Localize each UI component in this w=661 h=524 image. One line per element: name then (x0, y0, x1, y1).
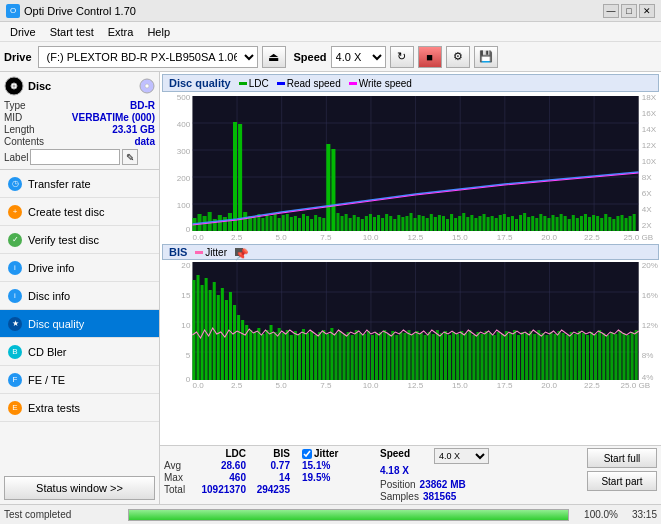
svg-rect-77 (381, 218, 384, 231)
svg-rect-212 (347, 332, 350, 380)
stats-bar: LDC BIS Avg 28.60 0.77 Max 460 14 Total … (160, 445, 661, 504)
svg-rect-199 (294, 331, 297, 380)
sidebar-item-verify-test-disc[interactable]: ✓ Verify test disc (0, 226, 159, 254)
svg-rect-108 (507, 217, 510, 231)
avg-jitter-value: 15.1% (302, 460, 372, 471)
svg-rect-41 (228, 213, 232, 231)
speed-select[interactable]: 4.0 X (331, 46, 386, 68)
svg-text:0: 0 (186, 225, 191, 234)
svg-rect-247 (489, 333, 492, 380)
svg-rect-180 (217, 295, 220, 380)
svg-rect-240 (460, 331, 463, 380)
close-button[interactable]: ✕ (639, 4, 655, 18)
title-bar-controls: — □ ✕ (603, 4, 655, 18)
svg-rect-273 (594, 334, 597, 380)
svg-rect-112 (523, 213, 526, 231)
menu-drive[interactable]: Drive (4, 24, 42, 40)
svg-rect-261 (545, 335, 548, 380)
svg-rect-75 (373, 217, 376, 231)
refresh-button[interactable]: ↻ (390, 46, 414, 68)
svg-rect-122 (564, 216, 567, 231)
sidebar-item-label: FE / TE (28, 374, 65, 386)
sidebar-item-disc-info[interactable]: i Disc info (0, 282, 159, 310)
menu-help[interactable]: Help (141, 24, 176, 40)
maximize-button[interactable]: □ (621, 4, 637, 18)
svg-rect-88 (426, 218, 429, 231)
svg-rect-229 (416, 331, 419, 380)
eject-button[interactable]: ⏏ (262, 46, 286, 68)
menu-start-test[interactable]: Start test (44, 24, 100, 40)
svg-text:16%: 16% (642, 291, 658, 300)
svg-rect-100 (474, 218, 477, 231)
speed-select[interactable]: 4.0 X (434, 448, 489, 464)
avg-ldc-value: 28.60 (196, 460, 246, 471)
bis-chart-title: BIS (169, 246, 187, 258)
svg-rect-227 (407, 330, 410, 380)
svg-rect-241 (464, 333, 467, 380)
svg-rect-230 (420, 333, 423, 380)
svg-rect-138 (629, 216, 632, 231)
svg-rect-128 (588, 217, 591, 231)
svg-text:10.0: 10.0 (363, 233, 379, 242)
main-chart-svg: 500 400 300 200 100 0 18X 16X 14X 12X 10… (162, 94, 659, 242)
svg-rect-97 (462, 213, 465, 231)
sidebar-item-cd-bler[interactable]: B CD Bler (0, 338, 159, 366)
sidebar-item-label: Transfer rate (28, 178, 91, 190)
svg-rect-104 (491, 216, 494, 231)
max-row: Max 460 14 (164, 472, 294, 483)
svg-rect-220 (379, 332, 382, 380)
svg-rect-283 (635, 330, 638, 380)
label-edit-button[interactable]: ✎ (122, 149, 138, 165)
jitter-checkbox[interactable] (302, 449, 312, 459)
svg-text:8X: 8X (642, 173, 653, 182)
sidebar-item-extra-tests[interactable]: E Extra tests (0, 394, 159, 422)
svg-rect-282 (631, 332, 634, 380)
start-part-button[interactable]: Start part (587, 471, 657, 491)
menu-extra[interactable]: Extra (102, 24, 140, 40)
svg-rect-256 (525, 333, 528, 380)
svg-rect-277 (610, 332, 613, 380)
svg-rect-98 (466, 217, 469, 231)
svg-rect-215 (359, 333, 362, 380)
start-full-button[interactable]: Start full (587, 448, 657, 468)
svg-rect-268 (574, 334, 577, 380)
progress-percentage: 100.0% (573, 509, 618, 520)
svg-text:12X: 12X (642, 141, 657, 150)
sidebar-item-create-test-disc[interactable]: + Create test disc (0, 198, 159, 226)
svg-text:7.5: 7.5 (320, 381, 332, 390)
label-input[interactable] (30, 149, 120, 165)
svg-rect-280 (622, 333, 625, 380)
svg-rect-132 (604, 214, 607, 231)
sidebar-item-transfer-rate[interactable]: ◷ Transfer rate (0, 170, 159, 198)
mid-value: VERBATIMe (000) (72, 112, 155, 123)
status-window-button[interactable]: Status window >> (4, 476, 155, 500)
minimize-button[interactable]: — (603, 4, 619, 18)
svg-rect-259 (537, 330, 540, 380)
svg-rect-244 (476, 332, 479, 380)
svg-rect-191 (261, 334, 264, 380)
sidebar-item-disc-quality[interactable]: ★ Disc quality (0, 310, 159, 338)
svg-rect-210 (338, 331, 341, 380)
svg-rect-93 (446, 219, 449, 231)
ldc-bis-stats: LDC BIS Avg 28.60 0.77 Max 460 14 Total … (164, 448, 294, 495)
svg-rect-137 (625, 218, 628, 231)
charts-area: Disc quality LDC Read speed Write speed (160, 72, 661, 445)
settings-button[interactable]: ⚙ (446, 46, 470, 68)
save-button[interactable]: 💾 (474, 46, 498, 68)
length-value: 23.31 GB (112, 124, 155, 135)
color-button[interactable]: ■ (418, 46, 442, 68)
svg-rect-206 (322, 330, 325, 380)
sidebar-item-drive-info[interactable]: i Drive info (0, 254, 159, 282)
drive-select[interactable]: (F:) PLEXTOR BD-R PX-LB950SA 1.06 (38, 46, 258, 68)
svg-rect-189 (253, 332, 256, 380)
svg-rect-127 (584, 214, 587, 231)
bis-pin-icon[interactable]: 📌 (235, 248, 243, 256)
toolbar: Drive (F:) PLEXTOR BD-R PX-LB950SA 1.06 … (0, 42, 661, 72)
svg-rect-101 (478, 216, 481, 231)
disc-quality-icon: ★ (8, 317, 22, 331)
svg-rect-258 (533, 334, 536, 380)
svg-rect-107 (503, 214, 506, 231)
sidebar-item-fe-te[interactable]: F FE / TE (0, 366, 159, 394)
svg-rect-52 (278, 218, 281, 231)
chart-title: Disc quality (169, 77, 231, 89)
